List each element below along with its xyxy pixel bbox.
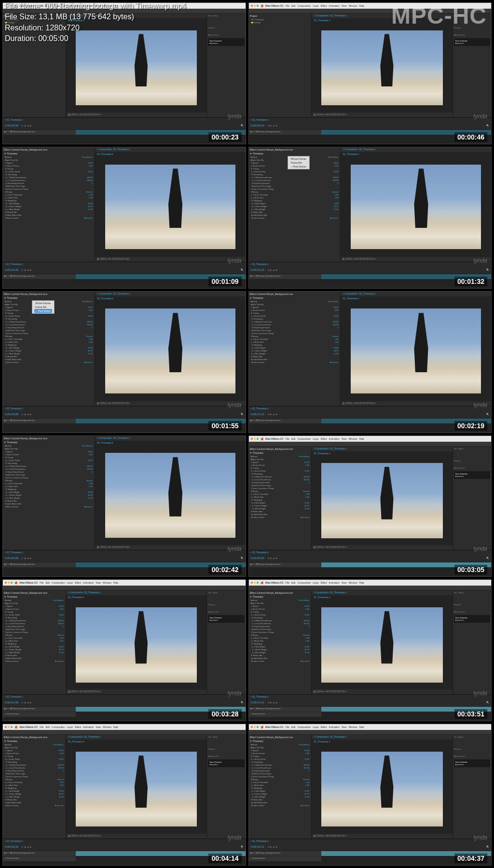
right-panel: Info Audio Preview Effects & Pre Your Co… [453, 14, 491, 117]
thumbnail-5[interactable]: Effect Controls Ramps_Background.mov ▼ T… [248, 291, 492, 433]
lynda-watermark: lynda [473, 834, 487, 841]
viewport[interactable] [95, 157, 246, 257]
effect-controls-panel[interactable]: Effect Controls Ramps_Background.mov ▼ T… [3, 735, 66, 839]
thumbnail-10[interactable]: 🍎After Effects CC FileEditCompositionLay… [2, 724, 246, 866]
viewport[interactable] [95, 301, 246, 401]
composition-tab[interactable]: ▪ Composition: 02_Timewarp ≡ [95, 436, 246, 441]
toolbar[interactable] [3, 730, 246, 735]
thumbnail-2[interactable]: Effect Controls Ramps_Background.mov ▼ T… [2, 147, 246, 289]
thumbnail-3[interactable]: Effect Controls Ramps_Background.mov ▼ T… [248, 147, 492, 289]
right-panel: Info Audio Preview Effects & Pre Your Co… [206, 14, 245, 117]
toolbar[interactable] [3, 586, 246, 590]
viewport[interactable] [312, 456, 452, 546]
lynda-watermark: lynda [473, 257, 487, 264]
composition-tab[interactable]: ▪ Composition: 02_Timewarp ≡ [341, 147, 491, 152]
thumbnail-4[interactable]: Effect Controls Ramps_Background.mov ▼ T… [2, 291, 246, 433]
lynda-watermark: lynda [473, 690, 487, 697]
menubar[interactable]: 🍎After Effects CC FileEditCompositionLay… [3, 580, 246, 586]
lynda-watermark: lynda [473, 113, 487, 120]
viewport[interactable] [312, 23, 452, 112]
file-info-overlay: File Name: 069 Retiming footage with Tim… [5, 1, 186, 44]
timestamp: 00:02:19 [454, 421, 487, 431]
video-preview [76, 607, 197, 683]
video-preview [105, 453, 235, 537]
viewport[interactable] [312, 744, 452, 834]
effect-controls-panel[interactable]: Effect Controls Ramps_Background.mov ▼ T… [249, 447, 312, 550]
timestamp: 00:03:05 [454, 565, 487, 574]
effect-controls-panel[interactable]: Effect Controls Ramps_Background.mov ▼ T… [3, 436, 95, 550]
lynda-watermark: lynda [473, 402, 487, 408]
composition-tab[interactable]: ▪ Composition: 02_Timewarp ≡ [66, 735, 206, 740]
thumbnail-11[interactable]: 🍎After Effects CC FileEditCompositionLay… [248, 724, 492, 866]
video-preview [321, 607, 443, 683]
effect-controls-panel[interactable]: Effect Controls Ramps_Background.mov ▼ T… [249, 147, 341, 262]
composition-tab[interactable]: ▪ Composition: 02_Timewarp ≡ [312, 447, 452, 451]
menubar[interactable]: 🍎After Effects CC FileEditCompositionLay… [249, 724, 492, 730]
viewport[interactable] [66, 744, 206, 834]
composition-tab[interactable]: ▪ Composition: 02_Timewarp ≡ [312, 590, 452, 595]
timestamp: 00:00:46 [454, 132, 487, 142]
video-preview [105, 165, 235, 249]
timestamp: 00:03:28 [208, 709, 241, 719]
composition-tab[interactable]: ▪ Composition: 02_Timewarp ≡ [95, 292, 246, 296]
lynda-watermark: lynda [228, 257, 242, 264]
video-preview [351, 165, 481, 249]
menubar[interactable]: 🍎After Effects CC FileEditCompositionLay… [3, 724, 246, 730]
video-preview [321, 30, 443, 106]
composition-tab[interactable]: ▪ Composition: 02_Timewarp ≡ [66, 590, 206, 595]
effect-controls-panel[interactable]: Effect Controls Ramps_Background.mov ▼ T… [249, 735, 312, 839]
thumbnail-9[interactable]: 🍎After Effects CC FileEditCompositionLay… [248, 579, 492, 721]
viewport[interactable] [341, 301, 491, 401]
viewport[interactable] [66, 600, 206, 689]
video-preview [76, 752, 197, 827]
video-preview [351, 308, 481, 393]
timestamp: 00:01:09 [208, 277, 241, 286]
right-panel: Info Audio Preview Effects & Pre Your Co… [206, 590, 245, 694]
lynda-watermark: lynda [228, 834, 242, 841]
viewport[interactable] [341, 157, 491, 257]
right-panel: Info Audio Preview Effects & Pre Your Co… [453, 735, 491, 839]
timestamp: 00:01:55 [208, 421, 241, 431]
viewport[interactable] [95, 446, 246, 546]
thumbnail-7[interactable]: 🍎After Effects CC FileEditCompositionLay… [248, 435, 492, 577]
right-panel: Info Audio Preview Effects & Pre Your Co… [453, 590, 491, 694]
mpc-hc-watermark: MPC-HC [391, 2, 487, 29]
timestamp: 00:04:14 [208, 854, 241, 863]
timestamp: 00:04:37 [454, 854, 487, 863]
video-preview [321, 463, 443, 538]
composition-tab[interactable]: ▪ Composition: 02_Timewarp ≡ [341, 292, 491, 296]
toolbar[interactable] [249, 442, 492, 447]
effect-controls-panel[interactable]: Effect Controls Ramps_Background.mov ▼ T… [3, 147, 95, 262]
video-preview [105, 308, 235, 393]
effect-controls-panel[interactable]: Effect Controls Ramps_Background.mov ▼ T… [249, 292, 341, 406]
right-panel: Info Audio Preview Effects & Pre Your Co… [206, 735, 245, 839]
timestamp: 00:00:23 [208, 132, 241, 142]
composition-tab[interactable]: ▪ Composition: 02_Timewarp ≡ [95, 147, 246, 152]
right-panel: Info Audio Preview Effects & Pre Your Co… [453, 447, 491, 550]
effect-controls-panel[interactable]: Effect Controls Ramps_Background.mov ▼ T… [3, 292, 95, 406]
menubar[interactable]: 🍎After Effects CC FileEditCompositionLay… [249, 580, 492, 586]
toolbar[interactable] [249, 586, 492, 590]
composition-tab[interactable]: ▪ Composition: 02_Timewarp ≡ [312, 735, 452, 740]
viewport[interactable] [312, 600, 452, 689]
menubar[interactable]: 🍎After Effects CC FileEditCompositionLay… [249, 436, 492, 442]
thumbnail-8[interactable]: 🍎After Effects CC FileEditCompositionLay… [2, 579, 246, 721]
effect-controls-panel[interactable]: Project ▪ 02_Timewarp 📁 Footage [249, 14, 312, 117]
toolbar[interactable] [249, 730, 492, 735]
effect-controls-panel[interactable]: Effect Controls Ramps_Background.mov ▼ T… [3, 590, 66, 694]
timestamp: 00:02:42 [208, 565, 241, 574]
lynda-watermark: lynda [228, 402, 242, 408]
lynda-watermark: lynda [228, 546, 242, 552]
lynda-watermark: lynda [228, 690, 242, 697]
thumbnail-grid: 🍎After Effects CC FileEditCompositionLay… [0, 0, 494, 868]
thumbnail-6[interactable]: Effect Controls Ramps_Background.mov ▼ T… [2, 435, 246, 577]
timestamp: 00:03:51 [454, 709, 487, 719]
video-preview [321, 752, 443, 827]
lynda-watermark: lynda [473, 546, 487, 552]
effect-controls-panel[interactable]: Effect Controls Ramps_Background.mov ▼ T… [249, 590, 312, 694]
timestamp: 00:01:32 [454, 277, 487, 286]
lynda-watermark: lynda [228, 113, 242, 120]
